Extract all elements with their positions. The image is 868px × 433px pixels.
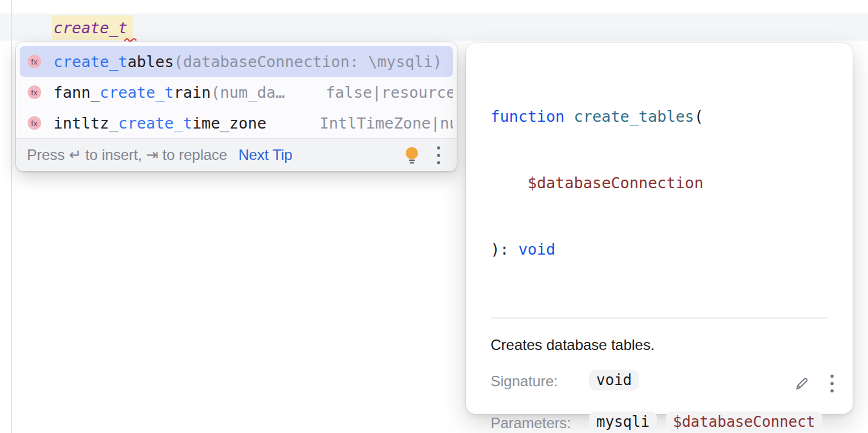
completion-item-create-tables[interactable]: fx create_tables(databaseConnection: \my… — [20, 46, 453, 77]
function-icon: fx — [28, 85, 41, 99]
type-chip: void — [589, 370, 639, 391]
doc-kebab-menu-icon[interactable] — [830, 374, 834, 393]
doc-signature-label: Signature: — [491, 370, 589, 393]
param-type-chip: mysqli — [589, 411, 657, 432]
doc-description: Creates database tables. — [491, 336, 828, 354]
editor-gutter-divider — [11, 0, 12, 433]
doc-signature-line2: $databaseConnection — [491, 172, 828, 194]
doc-signature-line3: ): void — [491, 239, 828, 261]
doc-parameters-row: Parameters: mysqli $databaseConnect ion … — [491, 411, 828, 433]
completion-item-label: create_tables(databaseConnection: \mysql… — [53, 53, 442, 71]
doc-signature-row: Signature: void — [491, 370, 828, 393]
doc-signature-value: void — [589, 370, 639, 391]
lightbulb-icon[interactable] — [404, 146, 419, 164]
completion-kebab-menu-icon[interactable] — [436, 146, 441, 165]
param-name-chip: $databaseConnect — [666, 411, 823, 432]
completion-item-label: intltz_create_time_zone — [53, 114, 266, 132]
function-icon: fx — [28, 116, 41, 130]
completion-item-return-type: false|resource — [326, 84, 453, 101]
edit-pencil-icon[interactable] — [794, 375, 810, 392]
doc-parameters-value: mysqli $databaseConnect ion – Database c… — [589, 411, 823, 433]
completion-item-return-type: IntlTimeZone|null — [320, 114, 453, 132]
completion-footer-bar: Press ↵ to insert, ⇥ to replace Next Tip — [16, 138, 457, 171]
doc-signature-line1: function create_tables( — [491, 106, 828, 128]
function-icon: fx — [28, 55, 41, 68]
completion-popup: fx create_tables(databaseConnection: \my… — [16, 42, 457, 171]
documentation-popup: function create_tables( $databaseConnect… — [466, 43, 853, 414]
completion-item-fann-create-train[interactable]: fx fann_create_train(num_da… false|resou… — [20, 77, 453, 108]
doc-parameters-label: Parameters: — [491, 411, 589, 433]
next-tip-link[interactable]: Next Tip — [239, 146, 293, 164]
completion-list: fx create_tables(databaseConnection: \my… — [16, 42, 457, 138]
completion-item-intltz-create-time-zone[interactable]: fx intltz_create_time_zone IntlTimeZone|… — [20, 108, 453, 138]
doc-function-signature: function create_tables( $databaseConnect… — [491, 62, 828, 305]
editor-typed-text[interactable]: create_t — [53, 19, 127, 37]
doc-divider — [491, 317, 828, 319]
completion-item-label: fann_create_train(num_da… — [53, 84, 285, 101]
completion-hint-text: Press ↵ to insert, ⇥ to replace — [27, 146, 227, 164]
